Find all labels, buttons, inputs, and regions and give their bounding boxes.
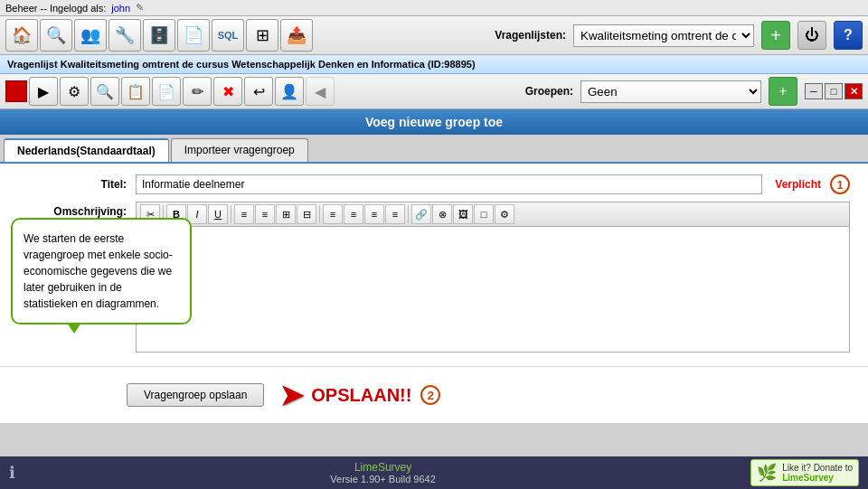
editor-toolbar: ✂ B I U ≡ ≡ ⊞ ⊟ ≡ ≡ ≡ ≡ 🔗 <box>136 202 850 226</box>
save-area: Vragengroep opslaan ➤ OPSLAAN!! 2 <box>0 366 868 423</box>
center-header: Voeg nieuwe groep toe <box>0 109 868 135</box>
ed-link-btn[interactable]: 🔗 <box>411 204 431 224</box>
file-icon-btn[interactable]: 📄 <box>177 19 210 52</box>
footer-info-btn[interactable]: ℹ <box>9 463 15 483</box>
add-vragenlijst-btn[interactable]: + <box>761 21 790 50</box>
arrow-icon-btn[interactable]: ↩ <box>244 77 273 106</box>
ed-source-btn[interactable]: ⚙ <box>495 204 514 224</box>
zoom-icon-btn[interactable]: 🔍 <box>90 77 119 106</box>
content-area: We starten de eerste vragengroep met enk… <box>0 164 868 423</box>
main-toolbar: 🏠 🔍 👥 🔧 🗄️ 📄 SQL ⊞ 📤 Vragenlijsten: Kwal… <box>0 16 868 55</box>
omschrijving-textarea[interactable] <box>136 226 850 353</box>
groepen-label: Groepen: <box>525 85 573 98</box>
footer-version: Versie 1.90+ Build 9642 <box>330 474 436 484</box>
minimize-btn[interactable]: ─ <box>805 83 823 99</box>
sql-icon-btn[interactable]: SQL <box>212 19 244 52</box>
window-controls: ─ □ ✕ <box>805 83 863 99</box>
play-icon-btn[interactable]: ▶ <box>29 77 58 106</box>
center-header-title: Voeg nieuwe groep toe <box>365 115 503 129</box>
verplicht-label: Verplicht <box>775 178 821 191</box>
titel-field: Verplicht 1 <box>136 174 850 194</box>
titel-row: Titel: Verplicht 1 <box>18 174 850 194</box>
stop-icon-btn[interactable] <box>5 80 27 102</box>
survey-title: Vragenlijst Kwaliteitsmeting omtrent de … <box>7 59 476 70</box>
arrow2-icon-btn[interactable]: ◀ <box>306 77 335 106</box>
ed-unlink-btn[interactable]: ⊗ <box>432 204 452 224</box>
red-arrow-icon: ➤ <box>278 376 306 414</box>
ed-table-btn[interactable]: □ <box>474 204 494 224</box>
edit-user-icon[interactable]: ✎ <box>136 2 144 14</box>
grid-icon-btn[interactable]: ⊞ <box>246 19 278 52</box>
sec-toolbar-right: Groepen: Geen + ─ □ ✕ <box>525 77 863 106</box>
opslaan-text: OPSLAAN!! <box>311 385 411 406</box>
vragengroep-opslaan-btn[interactable]: Vragengroep opslaan <box>127 383 264 407</box>
tools-icon-btn[interactable]: 🔧 <box>108 19 141 52</box>
ed-ol-btn[interactable]: ≡ <box>234 204 254 224</box>
info-icon: ℹ <box>9 464 15 482</box>
survey-bar: Vragenlijst Kwaliteitsmeting omtrent de … <box>0 55 868 74</box>
users-icon-btn[interactable]: 👥 <box>74 19 107 52</box>
omschrijving-label: Omschrijving: <box>18 202 127 218</box>
search-icon-btn[interactable]: 🔍 <box>40 19 72 52</box>
titel-input[interactable] <box>136 174 762 194</box>
ed-sep4 <box>408 205 409 223</box>
maximize-btn[interactable]: □ <box>825 83 843 99</box>
toolbar-right: Vragenlijsten: Kwaliteitsmeting omtrent … <box>495 21 863 50</box>
ed-sep2 <box>231 205 231 223</box>
circle-1: 1 <box>830 174 850 194</box>
add-groep-btn[interactable]: + <box>769 77 797 106</box>
ed-image-btn[interactable]: 🖼 <box>453 204 473 224</box>
username-link[interactable]: john <box>111 3 130 14</box>
tabs-bar: Nederlands(Standaardtaal) Importeer vrag… <box>0 135 868 164</box>
tab-nederlandsstandaardtaal[interactable]: Nederlands(Standaardtaal) <box>4 138 169 162</box>
ed-ul-btn[interactable]: ≡ <box>255 204 275 224</box>
ed-underline-btn[interactable]: U <box>208 204 228 224</box>
form-content: We starten de eerste vragengroep met enk… <box>0 164 868 366</box>
footer-donate-text: Like it? Donate to LimeSurvey <box>782 463 853 483</box>
ed-align-right-btn[interactable]: ≡ <box>364 204 384 224</box>
file2-icon-btn[interactable]: 📋 <box>121 77 150 106</box>
edit-icon-btn[interactable]: ✏ <box>183 77 212 106</box>
groepen-select[interactable]: Geen <box>580 80 761 103</box>
omschrijving-field: ✂ B I U ≡ ≡ ⊞ ⊟ ≡ ≡ ≡ ≡ 🔗 <box>136 202 850 355</box>
ed-sep3 <box>319 205 320 223</box>
secondary-toolbar: ▶ ⚙ 🔍 📋 📄 ✏ ✖ ↩ 👤 ◀ Groepen: Geen + ─ □ … <box>0 74 868 109</box>
sec-toolbar-left: ▶ ⚙ 🔍 📋 📄 ✏ ✖ ↩ 👤 ◀ <box>5 77 335 106</box>
settings-icon-btn[interactable]: ⚙ <box>60 77 89 106</box>
ed-outdent-btn[interactable]: ⊟ <box>297 204 316 224</box>
donate-brand: LimeSurvey <box>782 473 834 483</box>
export-icon-btn[interactable]: 📤 <box>280 19 313 52</box>
tooltip-text: We starten de eerste vragengroep met enk… <box>24 232 173 310</box>
donate-to-label: Like it? Donate to <box>782 463 853 473</box>
ed-align-left-btn[interactable]: ≡ <box>323 204 343 224</box>
vragenlijsten-label: Vragenlijsten: <box>495 29 566 42</box>
footer-app-name: LimeSurvey <box>330 461 436 474</box>
home-icon-btn[interactable]: 🏠 <box>5 19 38 52</box>
ed-align-center-btn[interactable]: ≡ <box>344 204 363 224</box>
footer-donate-area[interactable]: 🌿 Like it? Donate to LimeSurvey <box>750 459 859 486</box>
tab-importeer-vragengroep[interactable]: Importeer vragengroep <box>171 138 308 162</box>
beheer-label: Beheer -- Ingelogd als: <box>5 3 106 14</box>
ed-align-justify-btn[interactable]: ≡ <box>385 204 405 224</box>
close-btn[interactable]: ✕ <box>844 83 863 99</box>
toolbar-icons: 🏠 🔍 👥 🔧 🗄️ 📄 SQL ⊞ 📤 <box>5 19 313 52</box>
delete-icon-btn[interactable]: ✖ <box>213 77 242 106</box>
footer-center: LimeSurvey Versie 1.90+ Build 9642 <box>330 461 436 484</box>
power-btn[interactable]: ⏻ <box>797 21 826 50</box>
footer: ℹ LimeSurvey Versie 1.90+ Build 9642 🌿 L… <box>0 456 868 489</box>
leaf-icon: 🌿 <box>757 463 777 483</box>
ed-indent-btn[interactable]: ⊞ <box>276 204 296 224</box>
top-bar: Beheer -- Ingelogd als: john ✎ <box>0 0 868 16</box>
person-icon-btn[interactable]: 👤 <box>275 77 304 106</box>
database-icon-btn[interactable]: 🗄️ <box>143 19 175 52</box>
copy-icon-btn[interactable]: 📄 <box>152 77 181 106</box>
vragenlijsten-select[interactable]: Kwaliteitsmeting omtrent de cur... <box>573 24 754 47</box>
tooltip-bubble: We starten de eerste vragengroep met enk… <box>11 218 192 324</box>
titel-label: Titel: <box>18 174 127 191</box>
circle-2: 2 <box>420 385 440 405</box>
arrow-save: ➤ OPSLAAN!! 2 <box>278 376 440 414</box>
help-btn[interactable]: ? <box>834 21 863 50</box>
